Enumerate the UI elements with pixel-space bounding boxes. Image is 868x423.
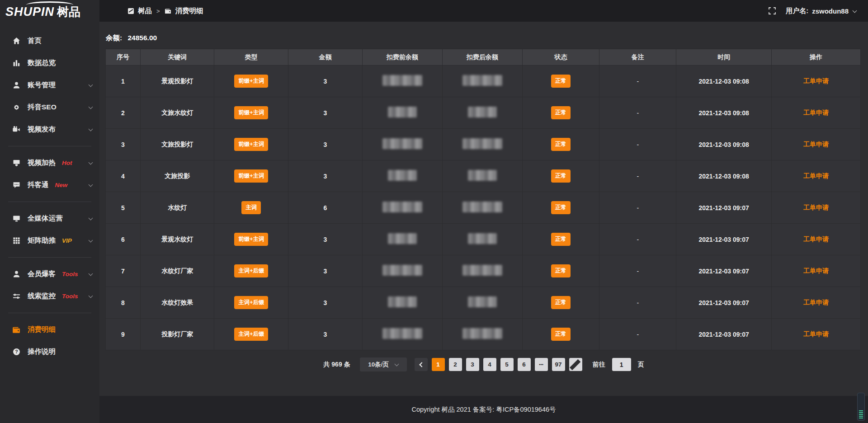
redacted-value	[462, 138, 502, 149]
work-order-link[interactable]: 工单申请	[803, 235, 829, 243]
cell-balance-before	[362, 287, 442, 319]
chevron-right-icon	[570, 359, 580, 370]
page-size-select[interactable]: 10条/页	[360, 357, 407, 371]
chevron-down-icon	[89, 160, 93, 164]
chevron-down-icon	[89, 104, 93, 109]
user-menu[interactable]: 用户名: zswodun88	[786, 7, 856, 15]
cell-balance-before	[362, 192, 442, 224]
breadcrumb-separator: >	[156, 8, 160, 14]
sidebar-item-tag: Tools	[62, 271, 78, 277]
next-page-button[interactable]	[569, 358, 582, 371]
sidebar-item-label: 首页	[28, 36, 42, 46]
sidebar-item-clue-monitor[interactable]: 线索监控Tools	[0, 285, 99, 307]
page-button-6[interactable]: 6	[518, 358, 531, 371]
page-button-97[interactable]: 97	[552, 358, 565, 371]
cell-remark: -	[599, 287, 676, 319]
redacted-value	[382, 328, 422, 339]
cell-time: 2021-12-03 09:08	[676, 129, 771, 160]
chevron-down-icon	[89, 182, 93, 187]
sidebar-item-member-burst[interactable]: 会员爆客Tools	[0, 263, 99, 285]
cell-balance-before	[362, 160, 442, 192]
cell-amount: 3	[288, 66, 363, 97]
sidebar-item-video-heating[interactable]: 视频加热Hot	[0, 152, 99, 174]
sidebar-divider	[8, 257, 91, 258]
col-keyword: 关键词	[140, 49, 214, 66]
status-badge: 正常	[551, 75, 571, 88]
cell-balance-after	[442, 129, 522, 160]
status-badge: 正常	[551, 138, 571, 151]
cell-amount: 3	[288, 160, 363, 192]
sidebar-item-video-publish[interactable]: 视频发布	[0, 118, 99, 141]
cell-index: 1	[106, 66, 141, 97]
sidebar-item-tag: VIP	[62, 237, 72, 244]
work-order-link[interactable]: 工单申请	[803, 267, 829, 274]
work-order-link[interactable]: 工单申请	[803, 299, 829, 306]
redacted-value	[462, 265, 502, 276]
status-badge: 正常	[551, 201, 571, 214]
sidebar-item-douyin-seo[interactable]: 抖音SEO	[0, 96, 99, 118]
breadcrumb-current-label: 消费明细	[175, 6, 203, 16]
page-button-1[interactable]: 1	[432, 358, 445, 371]
page-button-3[interactable]: 3	[466, 358, 479, 371]
chevron-down-icon	[853, 8, 857, 13]
sidebar-item-label: 视频加热	[28, 158, 56, 168]
type-badge: 主词+后缀	[234, 296, 268, 309]
cell-balance-after	[442, 255, 522, 287]
topbar-right: 用户名: zswodun88	[769, 7, 856, 15]
sidebar-item-label: 矩阵助推	[28, 236, 56, 245]
sidebar-item-label: 抖客通	[28, 180, 49, 190]
cell-balance-before	[362, 66, 442, 97]
redacted-value	[388, 296, 417, 307]
user-icon	[12, 81, 21, 89]
sidebar-divider	[8, 202, 91, 202]
breadcrumb-current[interactable]: 消费明细	[165, 6, 203, 16]
work-order-link[interactable]: 工单申请	[803, 330, 829, 338]
content-column: 树品 > 消费明细 用户名: zswodun88	[99, 0, 868, 423]
status-badge: 正常	[551, 233, 571, 246]
dashboard-icon	[128, 8, 134, 14]
page-button-5[interactable]: 5	[500, 358, 514, 371]
cell-status: 正常	[522, 129, 599, 160]
table-row: 8水纹灯效果主词+后缀3正常-2021-12-03 09:07工单申请	[106, 287, 861, 319]
cell-amount: 3	[288, 255, 363, 287]
cell-remark: -	[599, 160, 676, 192]
cell-keyword: 文旅投影	[140, 160, 214, 192]
sidebar-item-account-management[interactable]: 账号管理	[0, 74, 99, 96]
chat-icon	[12, 181, 21, 189]
sidebar-item-doukeTong[interactable]: 抖客通New	[0, 174, 99, 196]
work-order-link[interactable]: 工单申请	[803, 204, 829, 211]
work-order-link[interactable]: 工单申请	[803, 109, 829, 116]
work-order-link[interactable]: 工单申请	[803, 141, 829, 148]
sidebar-item-data-overview[interactable]: 数据总览	[0, 52, 99, 74]
cell-action: 工单申请	[771, 66, 860, 97]
table-row: 9投影灯厂家主词+后缀3正常-2021-12-03 09:07工单申请	[106, 319, 861, 350]
cell-action: 工单申请	[771, 97, 860, 129]
cell-time: 2021-12-03 09:07	[676, 224, 771, 255]
cell-amount: 6	[288, 192, 363, 224]
table-row: 6景观水纹灯前缀+主词3正常-2021-12-03 09:07工单申请	[106, 224, 861, 255]
page-ellipsis-button[interactable]: •••	[535, 358, 548, 371]
redacted-value	[468, 296, 497, 307]
redacted-value	[382, 138, 422, 149]
goto-label: 前往	[593, 361, 605, 369]
prev-page-button[interactable]	[415, 358, 428, 371]
chevron-down-icon	[89, 82, 93, 87]
sidebar-item-matrix-boost[interactable]: 矩阵助推VIP	[0, 230, 99, 252]
sidebar-item-consumption-detail[interactable]: 消费明细	[0, 319, 99, 341]
sidebar-item-tag: Hot	[62, 160, 72, 166]
sidebar-item-all-media-operation[interactable]: 全媒体运营	[0, 207, 99, 230]
page-button-2[interactable]: 2	[449, 358, 462, 371]
work-order-link[interactable]: 工单申请	[803, 77, 829, 85]
redacted-value	[388, 233, 417, 244]
sidebar-item-home[interactable]: 首页	[0, 30, 99, 52]
cell-remark: -	[599, 129, 676, 160]
work-order-link[interactable]: 工单申请	[803, 172, 829, 179]
goto-page-input[interactable]	[612, 358, 631, 371]
fullscreen-icon[interactable]	[769, 7, 776, 14]
page-button-4[interactable]: 4	[483, 358, 496, 371]
cell-action: 工单申请	[771, 255, 860, 287]
breadcrumb-home[interactable]: 树品	[128, 6, 152, 16]
sidebar-item-operation-guide[interactable]: ?操作说明	[0, 341, 99, 363]
cell-type: 前缀+主词	[214, 224, 288, 255]
page-widget[interactable]	[857, 393, 865, 421]
